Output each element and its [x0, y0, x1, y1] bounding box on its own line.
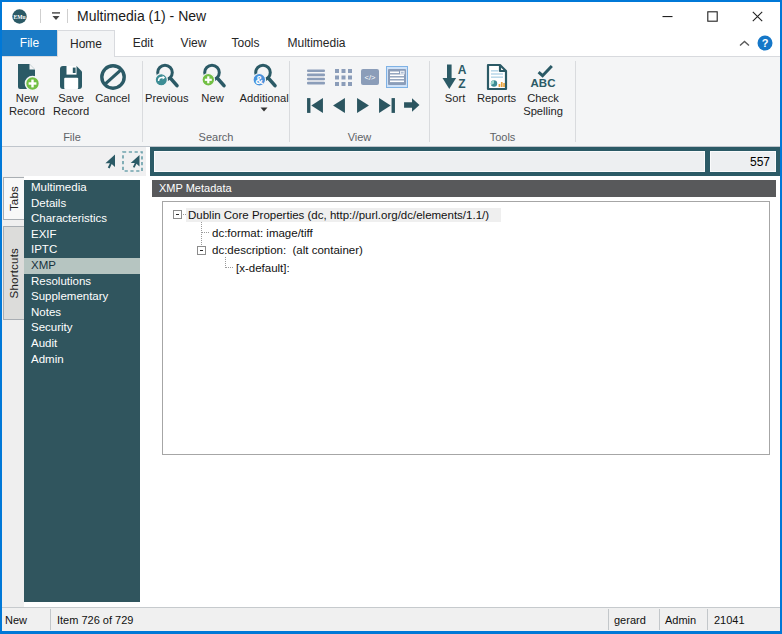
goto-record-button[interactable] [401, 95, 421, 115]
save-record-icon [56, 62, 86, 92]
emu-app-icon[interactable]: EMu [12, 9, 27, 24]
tab-view-label: View [181, 36, 207, 50]
tree-node-label[interactable]: dc:format: image/tiff [210, 226, 316, 240]
irn-field[interactable]: 557 [710, 151, 776, 172]
tab-file-label: File [20, 36, 39, 50]
svg-text:A: A [458, 63, 467, 77]
close-button[interactable] [735, 2, 780, 30]
new-record-button[interactable]: New Record [8, 60, 46, 118]
cancel-button[interactable]: Cancel [94, 60, 131, 105]
tree-node-label[interactable]: dc:description: (alt container) [210, 243, 366, 257]
previous-search-button[interactable]: Previous [144, 60, 190, 105]
tab-file[interactable]: File [2, 30, 57, 56]
sidebar-tab-shortcuts[interactable]: Shortcuts [3, 226, 24, 320]
sidebar-item-xmp[interactable]: XMP [24, 258, 140, 274]
svg-text:?: ? [762, 37, 769, 49]
tab-home[interactable]: Home [57, 30, 115, 57]
maximize-icon [707, 11, 718, 22]
xmp-tree[interactable]: Dublin Core Properties (dc, http://purl.… [162, 201, 770, 455]
reports-label: Reports [477, 92, 516, 105]
tree-row-3[interactable]: [x-default]: [163, 259, 769, 277]
tab-tools[interactable]: Tools [220, 30, 271, 56]
group-label-view: View [290, 130, 429, 146]
tree-node-label[interactable]: Dublin Core Properties (dc, http://purl.… [186, 208, 501, 222]
status-record-number: 21041 [708, 608, 780, 631]
tree-collapse-box[interactable] [197, 246, 206, 255]
title-bar: EMu Multimedia (1) - New [2, 2, 780, 30]
last-record-button[interactable] [377, 95, 397, 115]
summary-field[interactable] [154, 151, 705, 172]
sidebar-tabstrip: Tabs Shortcuts [2, 176, 24, 607]
sidebar-item-supplementary[interactable]: Supplementary [24, 289, 140, 305]
sidebar-item-exif[interactable]: EXIF [24, 227, 140, 243]
summary-band: 557 [2, 147, 780, 176]
next-record-button[interactable] [353, 95, 373, 115]
check-spelling-button[interactable]: ABC Check Spelling [522, 60, 564, 118]
svg-text:Z: Z [458, 77, 465, 91]
tree-row-0[interactable]: Dublin Core Properties (dc, http://purl.… [163, 206, 769, 224]
sidebar-tab-tabs[interactable]: Tabs [3, 177, 24, 220]
minimize-button[interactable] [645, 2, 690, 30]
sort-icon: A Z [441, 62, 469, 92]
save-record-button[interactable]: Save Record [52, 60, 90, 118]
previous-record-icon [332, 97, 346, 114]
new-search-icon [198, 62, 228, 92]
status-bar: New Item 726 of 729 gerard Admin 21041 [2, 607, 780, 631]
cancel-icon [98, 62, 128, 92]
form-view-button[interactable] [386, 66, 408, 88]
irn-value: 557 [750, 155, 770, 169]
list-view-button[interactable] [305, 66, 327, 88]
cancel-label: Cancel [95, 92, 130, 105]
additional-search-icon: & [249, 62, 279, 92]
additional-search-button[interactable]: & Additional [239, 60, 290, 112]
sidebar-item-iptc[interactable]: IPTC [24, 242, 140, 258]
tab-multimedia[interactable]: Multimedia [273, 30, 360, 56]
check-spelling-label-1: Check [527, 92, 559, 105]
body-area: Tabs Shortcuts MultimediaDetailsCharacte… [2, 176, 780, 607]
sidebar-item-characteristics[interactable]: Characteristics [24, 211, 140, 227]
grid-view-button[interactable] [332, 66, 354, 88]
tree-collapse-box[interactable] [173, 210, 182, 219]
first-record-button[interactable] [305, 95, 325, 115]
help-icon: ? [757, 35, 773, 51]
previous-record-button[interactable] [329, 95, 349, 115]
ribbon-group-file: New Record Save Record [2, 57, 142, 146]
titlebar-separator [40, 9, 41, 23]
tab-home-label: Home [70, 37, 102, 51]
tab-tools-label: Tools [231, 36, 259, 50]
sidebar-item-details[interactable]: Details [24, 196, 140, 212]
tab-view[interactable]: View [169, 30, 218, 56]
app-window: EMu Multimedia (1) - New [0, 0, 782, 634]
collapse-ribbon-button[interactable] [736, 35, 752, 51]
quick-access-dropdown[interactable] [49, 9, 62, 23]
status-group: Admin [660, 608, 707, 631]
help-button[interactable]: ? [757, 35, 773, 51]
window-title: Multimedia (1) - New [77, 8, 206, 24]
tree-row-1[interactable]: dc:format: image/tiff [163, 224, 769, 242]
mode-toolbar [2, 147, 146, 176]
tab-edit[interactable]: Edit [117, 30, 169, 56]
reports-button[interactable]: Reports [476, 60, 517, 105]
tree-row-2[interactable]: dc:description: (alt container) [163, 241, 769, 259]
code-view-icon: </> [361, 69, 379, 85]
save-record-label-2: Record [53, 105, 89, 118]
code-view-button[interactable]: </> [359, 66, 381, 88]
sidebar-item-notes[interactable]: Notes [24, 305, 140, 321]
sidebar-item-security[interactable]: Security [24, 320, 140, 336]
select-pointer-icon[interactable] [102, 154, 116, 169]
new-search-button[interactable]: New [197, 60, 229, 105]
additional-dropdown-icon [260, 107, 268, 112]
next-record-icon [356, 97, 370, 114]
sidebar-item-admin[interactable]: Admin [24, 352, 140, 368]
sidebar-item-audit[interactable]: Audit [24, 336, 140, 352]
select-mode-icon[interactable] [122, 151, 143, 172]
sidebar-tab-tabs-label: Tabs [8, 186, 20, 211]
sidebar-item-multimedia[interactable]: Multimedia [24, 180, 140, 196]
sidebar-item-resolutions[interactable]: Resolutions [24, 274, 140, 290]
sort-button[interactable]: A Z Sort [439, 60, 471, 105]
tree-node-label[interactable]: [x-default]: [234, 261, 293, 275]
customize-toolbar-icon [50, 11, 62, 21]
check-spelling-label-2: Spelling [523, 105, 563, 118]
maximize-button[interactable] [690, 2, 735, 30]
svg-text:</>: </> [365, 73, 376, 82]
